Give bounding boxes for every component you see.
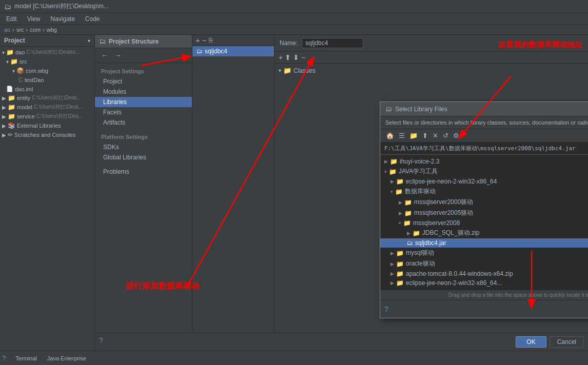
dialog-delete-button[interactable]: ✕ xyxy=(431,131,440,140)
breadcrumb-item-1[interactable]: src xyxy=(16,27,24,33)
project-sidebar: Project ▾ ▾ 📁 dao C:\Users\邦扛\Deskto... … xyxy=(0,35,95,351)
tree-item-testdao[interactable]: C testDao xyxy=(0,75,94,85)
expand-scratches: ▶ xyxy=(2,132,6,138)
main-help-icon[interactable]: ? xyxy=(99,336,103,348)
tab-java-enterprise[interactable]: Java Enterprise xyxy=(43,353,91,363)
ps-move-down-button[interactable]: ⬇ xyxy=(293,53,299,62)
breadcrumb: ao › src › com › wbg xyxy=(0,25,588,35)
dtree-icon-sqljdbc4: 🗂 xyxy=(407,239,413,247)
dtree-item-jdbczip[interactable]: ▶ 📁 JDBC_SQL_驱动.zip xyxy=(380,228,588,238)
tree-item-service[interactable]: ▶ 📁 service C:\Users\邦扛\Des... xyxy=(0,112,94,121)
tree-item-entity[interactable]: ▶ 📁 entity C:\Users\邦扛\Desk... xyxy=(0,93,94,103)
dialog-help-icon[interactable]: ? xyxy=(384,305,388,313)
ps-remove-lib-button[interactable]: − xyxy=(202,36,207,44)
ps-section-settings: Project Settings xyxy=(95,66,192,76)
ps-item-problems[interactable]: Problems xyxy=(95,167,192,177)
title-icon: 🗂 xyxy=(4,3,11,11)
ps-item-sdks[interactable]: SDKs xyxy=(95,142,192,152)
dtree-item-mssql2000[interactable]: ▶ 📁 mssqlserver2000驱动 xyxy=(380,197,588,208)
dtree-folder-icon-mysql: 📁 xyxy=(396,250,404,257)
expand-model: ▶ xyxy=(2,105,6,110)
ps-lib-list: + − ⎘ 🗂 sqljdbc4 xyxy=(192,35,275,333)
dialog-file-tree: ▶ 📁 ihuyi-voice-2.3 ▾ 📁 JAVA学习工具 ▶ 📁 xyxy=(380,155,588,290)
tree-item-comwbg[interactable]: ▾ 📦 com.wbg xyxy=(0,66,94,75)
tab-terminal[interactable]: Terminal xyxy=(11,353,42,363)
main-ok-button[interactable]: OK xyxy=(516,336,546,348)
sidebar-dropdown-icon[interactable]: ▾ xyxy=(88,38,90,44)
menu-navigate[interactable]: Navigate xyxy=(48,14,76,24)
ps-name-input[interactable] xyxy=(302,38,363,48)
ps-add-class-button[interactable]: + xyxy=(279,53,283,62)
dtree-item-eclipse2[interactable]: ▶ 📁 eclipse-jee-neon-2-win32-x86_64... xyxy=(380,278,588,288)
dtree-item-javatools[interactable]: ▾ 📁 JAVA学习工具 xyxy=(380,166,588,177)
dtree-item-ihuyi[interactable]: ▶ 📁 ihuyi-voice-2.3 xyxy=(380,157,588,166)
dialog-new-folder-button[interactable]: 📁 xyxy=(408,131,419,140)
dtree-label-mysql: mysql驱动 xyxy=(406,249,434,257)
ps-remove-class-button[interactable]: − xyxy=(301,53,305,62)
ps-item-libraries[interactable]: Libraries xyxy=(95,97,192,107)
dtree-item-mysql[interactable]: ▶ 📁 mysql驱动 xyxy=(380,248,588,258)
dtree-item-mssql2005[interactable]: ▶ 📁 mssqlserver2005驱动 xyxy=(380,208,588,218)
tree-item-daoiml[interactable]: 📄 dao.iml xyxy=(0,85,94,93)
tree-item-extlibs[interactable]: ▶ 📚 External Libraries xyxy=(0,121,94,130)
tree-item-scratches[interactable]: ▶ ✏ Scratches and Consoles xyxy=(0,130,94,139)
dialog-list-button[interactable]: ☰ xyxy=(397,131,406,140)
ps-item-global-libs[interactable]: Global Libraries xyxy=(95,152,192,163)
dialog-title-text: Select Library Files xyxy=(395,106,447,113)
sidebar-title: Project xyxy=(4,37,25,44)
tree-label-entity: entity xyxy=(17,95,30,101)
menu-edit[interactable]: Edit xyxy=(4,14,19,24)
dtree-folder-icon-javatools: 📁 xyxy=(389,168,397,175)
ps-classes-section: ▾ 📁 Classes xyxy=(275,64,588,77)
tree-item-src[interactable]: ▾ 📁 src xyxy=(0,57,94,66)
dtree-expand-mssql2005: ▶ xyxy=(399,211,402,216)
expand-comwbg: ▾ xyxy=(12,68,15,74)
dialog-home-button[interactable]: 🏠 xyxy=(384,131,396,140)
folder-icon-scratches: ✏ xyxy=(8,131,13,138)
ps-copy-lib-button[interactable]: ⎘ xyxy=(209,36,213,44)
menu-code[interactable]: Code xyxy=(83,14,102,24)
ps-section-platform: Platform Settings xyxy=(95,132,192,142)
ps-item-modules[interactable]: Modules xyxy=(95,87,192,97)
ps-item-facets[interactable]: Facets xyxy=(95,107,192,117)
dtree-item-mssql2008[interactable]: ▾ 📁 mssqlserver2008 xyxy=(380,218,588,228)
dtree-item-oracle[interactable]: ▶ 📁 oracle驱动 xyxy=(380,258,588,269)
main-cancel-button[interactable]: Cancel xyxy=(550,336,584,348)
dtree-label-tomcat: apache-tomcat-8.0.44-windows-x64.zip xyxy=(406,270,513,277)
ps-lib-toolbar: + − ⎘ xyxy=(192,35,274,46)
tree-item-dao[interactable]: ▾ 📁 dao C:\Users\邦扛\Deskto... xyxy=(0,48,94,57)
project-structure-panel: 🗂 Project Structure ← → Project Settings… xyxy=(95,35,192,333)
ps-move-up-button[interactable]: ⬆ xyxy=(285,53,291,62)
menu-view[interactable]: View xyxy=(25,14,43,24)
dtree-item-sqljdbc4[interactable]: 🗂 sqljdbc4.jar xyxy=(380,238,588,248)
classes-folder-icon: 📁 xyxy=(283,67,291,74)
bottom-help-icon[interactable]: ? xyxy=(2,354,6,362)
dialog-footer: ? OK Canc... xyxy=(380,300,588,318)
ps-lib-item-sqljdbc4[interactable]: 🗂 sqljdbc4 xyxy=(192,46,274,56)
dialog-description: Select files or directories in which lib… xyxy=(380,116,588,129)
breadcrumb-item-3[interactable]: wbg xyxy=(47,27,57,33)
ps-forward-button[interactable]: → xyxy=(112,50,124,60)
dtree-expand-eclipse: ▶ xyxy=(390,179,394,184)
breadcrumb-item-0[interactable]: ao xyxy=(4,27,10,33)
ps-add-lib-button[interactable]: + xyxy=(195,36,200,44)
dialog-toolbar: 🏠 ☰ 📁 ⬆ ✕ ↺ ⚙ Hide xyxy=(380,129,588,143)
dialog-up-button[interactable]: ⬆ xyxy=(421,131,429,140)
dialog-refresh-button[interactable]: ↺ xyxy=(441,131,450,140)
collapse-classes-icon[interactable]: ▾ xyxy=(279,68,281,73)
ps-name-label: Name: xyxy=(280,39,298,47)
classes-label: Classes xyxy=(293,67,316,74)
ps-item-artifacts[interactable]: Artifacts xyxy=(95,117,192,128)
ps-item-project[interactable]: Project xyxy=(95,76,192,87)
dtree-label-mssql2008: mssqlserver2008 xyxy=(413,219,460,227)
tree-item-model[interactable]: ▶ 📁 model C:\Users\邦扛\Desk... xyxy=(0,103,94,112)
ps-classes-header: ▾ 📁 Classes xyxy=(279,66,584,75)
tree-path-dao: C:\Users\邦扛\Deskto... xyxy=(26,49,80,56)
dtree-item-eclipse[interactable]: ▶ 📁 eclipse-jee-neon-2-win32-x86_64 xyxy=(380,177,588,186)
breadcrumb-item-2[interactable]: com xyxy=(30,27,41,33)
dialog-settings-button[interactable]: ⚙ xyxy=(452,131,461,140)
dtree-item-dbdrivers[interactable]: ▾ 📁 数据库驱动 xyxy=(380,186,588,197)
dtree-item-tomcat[interactable]: ▶ 📁 apache-tomcat-8.0.44-windows-x64.zip xyxy=(380,269,588,278)
ps-back-button[interactable]: ← xyxy=(99,50,110,60)
tree-label-testdao: testDao xyxy=(25,77,44,83)
